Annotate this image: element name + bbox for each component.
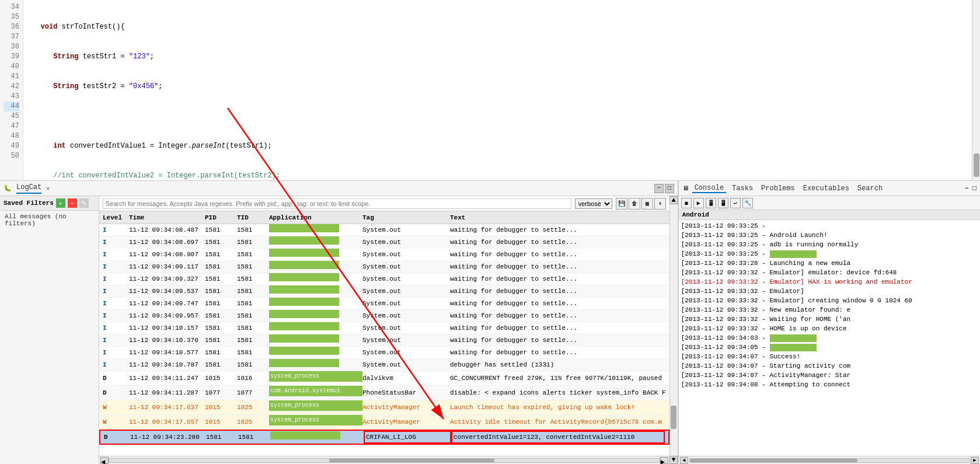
tab-executables[interactable]: Executables	[801, 184, 852, 193]
log-cell-text: waiting for debugger to settle...	[450, 347, 666, 358]
table-row[interactable]: W 11-12 09:34:17.637 1015 1025 system_pr…	[99, 400, 669, 415]
log-cell-time: 11-12 09:34:17.637	[129, 402, 205, 413]
log-cell-level: I	[103, 286, 129, 296]
logcat-view2-btn[interactable]: ⬇	[654, 198, 666, 210]
log-cell-tid: 1581	[237, 274, 269, 284]
log-cell-tid: 1581	[237, 360, 269, 370]
hscroll-left-arrow[interactable]: ◀	[100, 457, 109, 464]
all-messages-filter[interactable]: All messages (no filters)	[0, 211, 99, 229]
log-cell-level: D	[103, 373, 129, 383]
editor-hscroll[interactable]	[0, 180, 980, 181]
log-cell-level: I	[103, 335, 129, 346]
console-hscroll-right[interactable]: ▶	[971, 457, 979, 464]
table-row[interactable]: I 11-12 09:34:08.487 1581 1581 System.ou…	[99, 224, 669, 236]
log-cell-pid: 1581	[205, 261, 237, 272]
table-row[interactable]: D 11-12 09:34:11.247 1015 1016 system_pr…	[99, 371, 669, 386]
console-maximize-btn[interactable]: □	[972, 184, 976, 193]
logcat-tab-x[interactable]: ✕	[46, 185, 50, 192]
log-cell-tag: ActivityManager	[362, 417, 450, 427]
console-panel: 🖥 Console Tasks Problems Executables Sea…	[679, 181, 980, 464]
log-cell-time: 11-12 09:34:11.287	[129, 388, 205, 398]
table-row[interactable]: I 11-12 09:34:10.370 1581 1581 System.ou…	[99, 334, 669, 347]
logcat-right: verbose 💾 🗑 ▦ ⬇ Level Time PID	[99, 196, 669, 464]
log-cell-pid: 1581	[205, 237, 237, 247]
logcat-save-btn[interactable]: 💾	[616, 198, 627, 210]
log-cell-app	[269, 322, 362, 334]
list-item: [2013-11-12 09:34:07 - Starting activity…	[681, 361, 978, 371]
remove-filter-btn[interactable]: −	[68, 198, 77, 208]
log-cell-app	[269, 285, 362, 297]
log-cell-tid: 1581	[237, 225, 269, 235]
table-row[interactable]: D 11-12 09:34:11.287 1077 1077 com.andro…	[99, 386, 669, 400]
console-tool-3[interactable]: 📱	[706, 198, 716, 208]
log-cell-app	[269, 236, 362, 248]
log-cell-pid: 1581	[205, 286, 237, 296]
table-row[interactable]: I 11-12 09:34:08.907 1581 1581 System.ou…	[99, 249, 669, 261]
log-cell-pid: 1581	[205, 298, 237, 309]
logcat-hscroll[interactable]: ◀ ▶	[99, 456, 669, 464]
logcat-verbose-select[interactable]: verbose	[575, 198, 612, 209]
tab-console[interactable]: Console	[692, 184, 726, 193]
logcat-search-input[interactable]	[103, 198, 571, 209]
log-cell-level: D	[104, 432, 130, 442]
log-cell-level: I	[103, 311, 129, 321]
console-minimize-btn[interactable]: −	[965, 184, 969, 193]
logcat-minimize-btn[interactable]: −	[654, 184, 664, 193]
log-cell-time: 11-12 09:34:10.370	[129, 335, 205, 346]
log-cell-tag: System.out	[362, 311, 450, 321]
logcat-maximize-btn[interactable]: □	[665, 184, 674, 193]
log-cell-pid: 1077	[205, 388, 237, 398]
vscroll-down-arrow[interactable]: ▼	[669, 456, 678, 464]
table-row[interactable]: I 11-12 09:34:09.117 1581 1581 System.ou…	[99, 261, 669, 273]
saved-filters-title-bar: Saved Filters + − ✎	[0, 196, 99, 211]
tab-search[interactable]: Search	[855, 184, 885, 193]
console-log-area[interactable]: [2013-11-12 09:33:25 -[2013-11-12 09:33:…	[679, 220, 980, 456]
code-content[interactable]: void strToIntTest(){ String testStr1 = "…	[23, 0, 972, 180]
log-cell-level: W	[103, 402, 129, 413]
edit-filter-btn[interactable]: ✎	[79, 198, 89, 208]
table-row[interactable]: I 11-12 09:34:10.787 1581 1581 System.ou…	[99, 359, 669, 371]
log-cell-text: waiting for debugger to settle...	[450, 261, 666, 272]
console-tool-6[interactable]: 🔧	[742, 198, 753, 208]
log-cell-tid: 1581	[237, 237, 269, 247]
log-cell-tid: 1581	[237, 298, 269, 309]
table-row[interactable]: I 11-12 09:34:09.747 1581 1581 System.ou…	[99, 298, 669, 310]
table-row[interactable]: W 11-12 09:34:17.657 1015 1025 system_pr…	[99, 415, 669, 430]
table-row[interactable]: I 11-12 09:34:10.577 1581 1581 System.ou…	[99, 347, 669, 359]
table-row[interactable]: D 11-12 09:34:23.280 1581 1581 CRIFAN_LI…	[99, 430, 669, 445]
editor-vscroll[interactable]	[972, 0, 980, 180]
tab-tasks[interactable]: Tasks	[730, 184, 755, 193]
tab-problems[interactable]: Problems	[759, 184, 797, 193]
table-row[interactable]: I 11-12 09:34:08.697 1581 1581 System.ou…	[99, 236, 669, 249]
list-item: [2013-11-12 09:33:32 - HOME is up on dev…	[681, 324, 978, 333]
log-cell-time: 11-12 09:34:10.787	[129, 360, 205, 370]
console-tool-4[interactable]: 📱	[718, 198, 728, 208]
table-row[interactable]: I 11-12 09:34:09.537 1581 1581 System.ou…	[99, 285, 669, 298]
console-hscroll[interactable]: ◀ ▶	[679, 456, 980, 464]
table-row[interactable]: I 11-12 09:34:10.157 1581 1581 System.ou…	[99, 322, 669, 334]
console-tool-1[interactable]: ◼	[681, 198, 692, 208]
list-item: [2013-11-12 09:33:32 - Waiting for HOME …	[681, 315, 978, 324]
logcat-clear-btn[interactable]: 🗑	[629, 198, 640, 210]
log-cell-pid: 1581	[205, 274, 237, 284]
logcat-rows[interactable]: I 11-12 09:34:08.487 1581 1581 System.ou…	[99, 224, 669, 456]
console-tool-5[interactable]: ↩	[730, 198, 741, 208]
col-header-application: Application	[269, 214, 362, 221]
list-item: [2013-11-12 09:33:32 - Emulator] emulato…	[681, 268, 978, 277]
table-row[interactable]: I 11-12 09:34:09.957 1581 1581 System.ou…	[99, 310, 669, 322]
table-row[interactable]: I 11-12 09:34:09.327 1581 1581 System.ou…	[99, 273, 669, 285]
console-hscroll-left[interactable]: ◀	[680, 457, 688, 464]
log-cell-tag: System.out	[362, 237, 450, 247]
hscroll-right-arrow[interactable]: ▶	[660, 457, 668, 464]
logcat-vscroll[interactable]: ▲ ▼	[669, 196, 678, 464]
logcat-tab-label[interactable]: LogCat	[16, 183, 41, 194]
log-cell-time: 11-12 09:34:09.327	[129, 274, 205, 284]
console-tool-2[interactable]: ▶	[693, 198, 704, 208]
logcat-view1-btn[interactable]: ▦	[641, 198, 653, 210]
log-cell-pid: 1581	[206, 432, 238, 442]
log-cell-tid: 1581	[237, 335, 269, 346]
vscroll-up-arrow[interactable]: ▲	[669, 196, 678, 204]
col-header-tag: Tag	[362, 214, 450, 221]
logcat-panel-icon: 🐛	[4, 184, 12, 192]
add-filter-btn[interactable]: +	[56, 198, 65, 208]
